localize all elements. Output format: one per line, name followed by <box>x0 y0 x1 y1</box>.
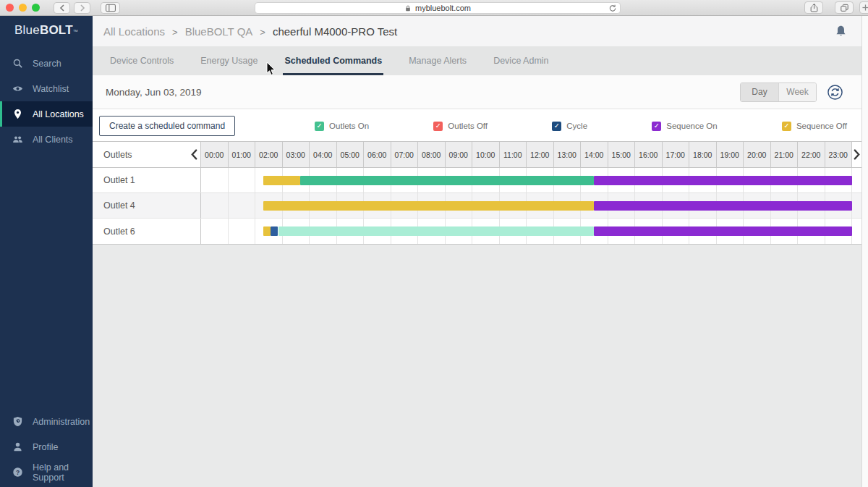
hour-label: 13:00 <box>554 142 582 167</box>
sidebar-item-all-clients[interactable]: All Clients <box>0 127 93 152</box>
legend-item-outlets-off: ✓Outlets Off <box>433 122 488 131</box>
sidebar-item-search[interactable]: Search <box>0 51 93 76</box>
refresh-icon[interactable] <box>827 84 843 101</box>
outlets-column-label: Outlets <box>103 150 132 160</box>
scroll-left-icon[interactable] <box>191 149 197 160</box>
browser-chrome: mybluebolt.com <box>0 0 868 16</box>
sidebar-nav-bottom: AdministrationProfile?Help and Support <box>0 409 93 485</box>
grid-cell <box>201 219 229 244</box>
hour-label: 09:00 <box>446 142 473 167</box>
breadcrumb-item-bluebolt-qa[interactable]: BlueBOLT QA <box>185 25 253 38</box>
hour-label: 10:00 <box>472 142 500 167</box>
legend-item-cycle: ✓Cycle <box>552 122 587 131</box>
sidebar-item-label: All Locations <box>33 109 84 119</box>
tab-energy-usage[interactable]: Energy Usage <box>199 46 259 75</box>
tab-scheduled-commands[interactable]: Scheduled Commands <box>283 46 383 75</box>
fullscreen-window-icon[interactable] <box>32 4 40 12</box>
legend-item-sequence-on: ✓Sequence On <box>652 122 717 131</box>
row-grid <box>201 193 852 218</box>
schedule-bar-sequence-on[interactable] <box>594 226 852 236</box>
grid-cell <box>229 219 256 244</box>
new-tab-icon[interactable] <box>859 1 868 14</box>
tab-bar: Device ControlsEnergy UsageScheduled Com… <box>93 46 861 75</box>
outlet-row-label: Outlet 6 <box>103 226 135 237</box>
address-bar[interactable]: mybluebolt.com <box>255 2 621 14</box>
hour-label: 21:00 <box>771 142 799 167</box>
tab-manage-alerts[interactable]: Manage Alerts <box>407 46 468 75</box>
legend-checkbox-outlets-on[interactable]: ✓ <box>315 122 324 131</box>
minimize-window-icon[interactable] <box>19 4 27 12</box>
row-label-cell: Outlet 6 <box>93 219 201 244</box>
hour-label: 12:00 <box>527 142 554 167</box>
lock-icon <box>404 4 412 12</box>
day-week-toggle: DayWeek <box>740 82 817 102</box>
url-text: mybluebolt.com <box>415 4 471 12</box>
breadcrumb-bar: All Locations>BlueBOLT QA>cheerful M4000… <box>93 16 861 46</box>
legend-label: Outlets On <box>329 122 369 130</box>
view-toggle-day[interactable]: Day <box>741 83 778 101</box>
logo-text-light: Blue <box>14 23 40 38</box>
schedule-bar-sequence-on[interactable] <box>594 176 852 185</box>
view-toggle-week[interactable]: Week <box>778 83 816 101</box>
sidebar-item-label: Search <box>33 59 61 69</box>
hour-label: 08:00 <box>418 142 446 167</box>
schedule-bar-cycle[interactable] <box>271 226 278 236</box>
reload-icon[interactable] <box>608 4 617 14</box>
location-pin-icon <box>12 109 23 119</box>
schedule-panel: Create a scheduled command ✓Outlets On✓O… <box>93 109 861 245</box>
clients-icon <box>12 134 23 145</box>
hour-label: 02:00 <box>255 142 283 167</box>
sidebar-item-administration[interactable]: Administration <box>0 409 93 434</box>
scroll-right-icon[interactable] <box>854 149 860 160</box>
legend-checkbox-outlets-off[interactable]: ✓ <box>433 122 443 131</box>
tab-device-controls[interactable]: Device Controls <box>109 46 175 75</box>
legend-label: Cycle <box>566 122 587 130</box>
sidebar-item-profile[interactable]: Profile <box>0 434 93 460</box>
hour-label: 20:00 <box>744 142 771 167</box>
sidebar-item-help-and-support[interactable]: ?Help and Support <box>0 460 93 485</box>
svg-text:?: ? <box>16 469 20 476</box>
tab-overview-icon[interactable] <box>835 1 854 14</box>
browser-forward-icon[interactable] <box>74 2 90 14</box>
legend-checkbox-sequence-off[interactable]: ✓ <box>782 122 791 131</box>
schedule-rows: Outlet 1Outlet 4Outlet 6 <box>93 168 861 244</box>
sidebar-item-label: Watchlist <box>33 84 69 94</box>
hour-label: 03:00 <box>283 142 310 167</box>
grid-cell <box>201 168 229 192</box>
schedule-row-outlet-6: Outlet 6 <box>93 219 861 244</box>
legend: ✓Outlets On✓Outlets Off✓Cycle✓Sequence O… <box>315 122 847 131</box>
content-background <box>93 245 861 487</box>
browser-back-icon[interactable] <box>54 2 70 14</box>
notification-bell-icon[interactable] <box>835 25 847 38</box>
schedule-bar-sequence-off[interactable] <box>263 226 271 236</box>
schedule-bar-sequence-off[interactable] <box>263 201 594 211</box>
share-icon[interactable] <box>804 1 823 14</box>
sidebar-item-label: Profile <box>33 442 58 452</box>
scrollbar[interactable] <box>861 16 868 487</box>
schedule-bar-outlets-on[interactable] <box>300 176 594 185</box>
tab-device-admin[interactable]: Device Admin <box>492 46 550 75</box>
hour-label: 07:00 <box>391 142 419 167</box>
breadcrumb-item-cheerful-m4000-pro-test: cheerful M4000-PRO Test <box>273 25 397 38</box>
breadcrumb-item-all-locations[interactable]: All Locations <box>103 25 165 38</box>
hour-label: 06:00 <box>364 142 391 167</box>
outlet-row-label: Outlet 1 <box>103 175 135 185</box>
schedule-bar-outlets-on[interactable] <box>278 226 595 236</box>
schedule-bar-sequence-off[interactable] <box>263 176 300 185</box>
sidebar-item-label: Administration <box>33 417 90 427</box>
browser-sidebar-toggle-icon[interactable] <box>101 2 120 14</box>
sidebar-item-label: Help and Support <box>33 462 93 483</box>
hour-label: 00:00 <box>201 142 229 167</box>
legend-checkbox-sequence-on[interactable]: ✓ <box>652 122 661 131</box>
legend-checkbox-cycle[interactable]: ✓ <box>552 122 561 131</box>
close-window-icon[interactable] <box>6 4 14 12</box>
hour-label: 22:00 <box>798 142 825 167</box>
schedule-bar-sequence-on[interactable] <box>594 201 852 211</box>
sidebar-item-watchlist[interactable]: Watchlist <box>0 76 93 101</box>
create-scheduled-command-button[interactable]: Create a scheduled command <box>99 116 235 136</box>
legend-item-outlets-on: ✓Outlets On <box>315 122 369 131</box>
logo-trademark: ™ <box>73 29 78 34</box>
sidebar-item-all-locations[interactable]: All Locations <box>0 101 93 127</box>
hour-label: 11:00 <box>500 142 527 167</box>
timeline-header-row: Outlets 00:0001:0002:0003:0004:0005:0006… <box>93 142 861 168</box>
